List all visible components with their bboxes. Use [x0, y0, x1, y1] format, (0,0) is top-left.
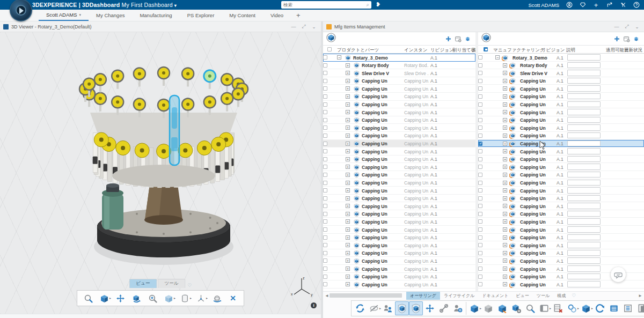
table-row[interactable]: +Capping UnCapping Un...A.1: [323, 265, 475, 273]
table-row[interactable]: +Capping UnA.1: [478, 108, 644, 116]
description-input[interactable]: [567, 281, 601, 287]
chevron-down-icon[interactable]: ▾: [174, 3, 177, 8]
products-table-header[interactable]: プロダクトとパーツ インスタン... リビジョン 割り当て状況 説明: [323, 45, 475, 54]
row-checkbox[interactable]: [478, 181, 482, 185]
item-name[interactable]: Capping Un: [520, 204, 553, 209]
expander-icon[interactable]: +: [503, 71, 507, 75]
expander-icon[interactable]: −: [495, 55, 500, 60]
row-checkbox[interactable]: [323, 142, 327, 146]
scope-link-icon[interactable]: [395, 301, 409, 315]
description-input[interactable]: [567, 180, 601, 186]
row-checkbox[interactable]: [323, 157, 327, 161]
expander-icon[interactable]: +: [503, 63, 507, 68]
item-name[interactable]: Capping Un: [362, 117, 402, 123]
expander-icon[interactable]: +: [503, 110, 507, 114]
expander-icon[interactable]: +: [503, 157, 507, 161]
item-name[interactable]: Capping Un: [520, 102, 553, 107]
table-row[interactable]: +Capping UnCapping Un...A.1: [323, 234, 475, 242]
expander-icon[interactable]: +: [503, 235, 507, 240]
item-name[interactable]: Capping Un: [520, 188, 553, 194]
refresh-icon[interactable]: [353, 301, 367, 315]
select-all-checkbox[interactable]: [484, 47, 488, 51]
row-checkbox[interactable]: [323, 79, 327, 83]
table-settings-icon[interactable]: [453, 34, 463, 43]
item-name[interactable]: Capping Un: [362, 243, 402, 248]
row-checkbox[interactable]: [478, 142, 482, 146]
table-row[interactable]: +Capping UnA.1: [478, 195, 644, 203]
expander-icon[interactable]: +: [503, 173, 507, 177]
expander-icon[interactable]: +: [346, 188, 350, 193]
description-input[interactable]: [567, 124, 601, 131]
col-revision[interactable]: リビジョン: [541, 47, 565, 54]
add-tab-button[interactable]: +: [291, 11, 306, 19]
expander-icon[interactable]: +: [346, 94, 350, 99]
mfg-tab-6[interactable]: 構成: [553, 292, 569, 300]
col-instance[interactable]: インスタン...: [404, 47, 428, 54]
table-row[interactable]: +Capping UnA.1: [478, 156, 644, 164]
table-row[interactable]: +Capping UnCapping Un...A.1: [323, 140, 475, 148]
table-row[interactable]: −Rotary_3_DemoA.1: [478, 54, 644, 62]
insert-item-icon[interactable]: ▸: [579, 301, 593, 315]
scope-sync-icon[interactable]: [409, 301, 423, 315]
mfg-tab-2[interactable]: ライフサイクル: [440, 292, 478, 300]
expander-icon[interactable]: +: [346, 243, 350, 247]
favorites-heart-icon[interactable]: ♡: [187, 283, 192, 288]
dashboard-tab-video[interactable]: Video: [263, 10, 291, 21]
expander-icon[interactable]: +: [503, 125, 507, 130]
expander-icon[interactable]: +: [346, 212, 350, 216]
item-name[interactable]: Capping Un: [520, 165, 553, 170]
description-input[interactable]: [567, 85, 601, 92]
maximize-icon[interactable]: ⤢: [623, 24, 631, 29]
row-checkbox[interactable]: [323, 71, 327, 75]
expander-icon[interactable]: +: [346, 267, 350, 271]
apps-icon[interactable]: [619, 2, 626, 9]
item-gray-icon[interactable]: [481, 301, 495, 315]
description-input[interactable]: [567, 78, 601, 84]
expander-icon[interactable]: +: [346, 251, 350, 255]
table-row[interactable]: +Slew Drive VA.1: [478, 69, 644, 77]
minimize-icon[interactable]: —: [290, 24, 297, 29]
mfg-tab-1[interactable]: オーサリング: [406, 292, 440, 300]
select-all-checkbox[interactable]: [327, 47, 332, 51]
row-checkbox[interactable]: [478, 212, 482, 216]
description-input[interactable]: [567, 140, 601, 147]
item-name[interactable]: Capping Un: [362, 267, 402, 272]
dashboard-tab-my-content[interactable]: My Content: [222, 10, 263, 21]
description-input[interactable]: [567, 93, 601, 100]
item-name[interactable]: Capping Un: [362, 188, 402, 194]
row-checkbox[interactable]: [478, 196, 482, 201]
row-checkbox[interactable]: [478, 118, 482, 122]
row-checkbox[interactable]: [323, 165, 327, 169]
row-checkbox[interactable]: [323, 125, 327, 130]
col-description[interactable]: 説明: [472, 47, 478, 54]
table-row[interactable]: +Capping UnCapping Un...A.1: [323, 101, 475, 109]
open-panel-icon[interactable]: ▸: [537, 301, 551, 315]
item-name[interactable]: Capping Un: [520, 172, 553, 178]
table-row[interactable]: −Rotary_3_DemoA.1: [323, 54, 475, 62]
widget-menu-icon[interactable]: ⌄: [310, 24, 318, 29]
description-input[interactable]: [567, 195, 601, 202]
table-row[interactable]: +Capping UnCapping Un...A.1: [323, 93, 475, 101]
add-icon[interactable]: +: [592, 2, 599, 9]
table-row[interactable]: +Capping UnA.1: [478, 101, 644, 109]
item-name[interactable]: Capping Un: [362, 141, 402, 146]
row-checkbox[interactable]: [323, 212, 327, 216]
implement-link-icon[interactable]: [437, 301, 451, 315]
table-row[interactable]: +Capping UnCapping Un...A.1: [323, 163, 475, 171]
item-name[interactable]: Capping Un: [362, 125, 402, 131]
expander-icon[interactable]: +: [503, 142, 507, 146]
item-name[interactable]: Slew Drive V: [520, 71, 553, 76]
item-name[interactable]: Capping Un: [520, 78, 553, 84]
expander-icon[interactable]: +: [503, 212, 507, 216]
col-manufacturing[interactable]: マニュファクチャリング: [493, 47, 545, 54]
exit-icon[interactable]: ✕: [225, 292, 240, 305]
item-name[interactable]: Capping Un: [520, 94, 553, 99]
scroll-right-icon[interactable]: ►: [638, 293, 642, 298]
col-revision[interactable]: リビジョン: [430, 47, 454, 54]
layers-icon[interactable]: [631, 34, 641, 43]
row-checkbox[interactable]: [323, 149, 327, 153]
mfg-tab-5[interactable]: ツール: [533, 292, 553, 300]
description-input[interactable]: [567, 242, 601, 248]
item-settings-icon[interactable]: [509, 301, 523, 315]
share-icon[interactable]: [606, 2, 613, 9]
